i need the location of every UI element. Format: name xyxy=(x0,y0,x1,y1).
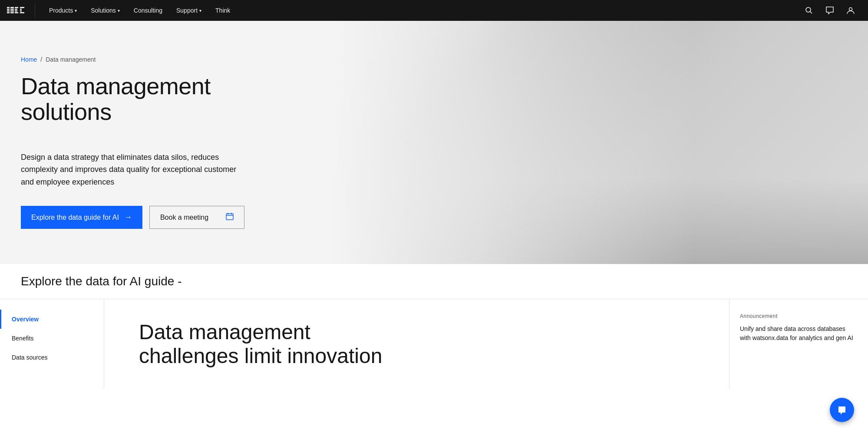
ibm-logo[interactable] xyxy=(7,7,24,14)
hero-buttons: Explore the data guide for AI → Book a m… xyxy=(21,206,248,229)
sidebar-item-benefits[interactable]: Benefits xyxy=(0,329,104,348)
svg-rect-16 xyxy=(20,12,24,13)
svg-rect-7 xyxy=(10,12,14,13)
sidebar-item-data-sources[interactable]: Data sources xyxy=(0,348,104,367)
nav-links: Products ▾ Solutions ▾ Consulting Suppor… xyxy=(42,0,799,21)
user-button[interactable] xyxy=(840,0,861,21)
svg-rect-1 xyxy=(7,9,10,10)
svg-rect-5 xyxy=(10,9,14,10)
hero-section: Home / Data management Data management s… xyxy=(0,21,868,264)
nav-divider xyxy=(35,3,35,17)
svg-rect-15 xyxy=(20,10,22,12)
breadcrumb-separator: / xyxy=(40,56,42,63)
svg-rect-8 xyxy=(11,7,13,8)
sidebar-item-overview[interactable]: Overview xyxy=(0,310,104,329)
svg-rect-20 xyxy=(226,214,233,220)
svg-point-17 xyxy=(806,7,811,12)
breadcrumb-current: Data management xyxy=(46,56,96,63)
announcement-text: Unify and share data across databases wi… xyxy=(740,324,858,343)
hero-description: Design a data strategy that eliminates d… xyxy=(21,151,247,188)
main-section-title: Data management challenges limit innovat… xyxy=(139,320,391,368)
svg-line-18 xyxy=(810,12,812,14)
nav-consulting[interactable]: Consulting xyxy=(127,0,169,21)
breadcrumb: Home / Data management xyxy=(21,56,248,63)
svg-rect-10 xyxy=(15,9,17,10)
svg-rect-3 xyxy=(7,12,10,13)
svg-rect-9 xyxy=(15,7,18,8)
search-button[interactable] xyxy=(799,0,819,21)
announcement-panel: Announcement Unify and share data across… xyxy=(729,299,868,389)
hero-content: Home / Data management Data management s… xyxy=(0,30,269,255)
chevron-down-icon: ▾ xyxy=(118,8,120,13)
nav-icons xyxy=(799,0,861,21)
arrow-right-icon: → xyxy=(124,213,132,222)
sidebar-navigation: Overview Benefits Data sources xyxy=(0,299,104,389)
announcement-label: Announcement xyxy=(740,313,858,319)
svg-rect-14 xyxy=(20,9,22,10)
svg-rect-0 xyxy=(7,7,10,8)
main-content: Data management challenges limit innovat… xyxy=(104,299,729,389)
svg-rect-13 xyxy=(20,7,24,8)
chevron-down-icon: ▾ xyxy=(199,8,201,13)
chevron-down-icon: ▾ xyxy=(75,8,77,13)
svg-rect-2 xyxy=(7,10,10,12)
calendar-icon xyxy=(226,212,234,222)
hero-title: Data management solutions xyxy=(21,73,248,125)
chat-button[interactable] xyxy=(819,0,840,21)
nav-support[interactable]: Support ▾ xyxy=(169,0,208,21)
nav-think[interactable]: Think xyxy=(208,0,237,21)
explore-text-section: Explore the data for AI guide - xyxy=(0,264,868,299)
book-meeting-button[interactable]: Book a meeting xyxy=(149,206,244,229)
nav-solutions[interactable]: Solutions ▾ xyxy=(84,0,127,21)
breadcrumb-home-link[interactable]: Home xyxy=(21,56,37,63)
svg-rect-11 xyxy=(15,10,17,12)
below-hero-section: Overview Benefits Data sources Data mana… xyxy=(0,299,868,389)
explore-guide-button[interactable]: Explore the data guide for AI → xyxy=(21,206,142,229)
svg-rect-6 xyxy=(10,10,14,12)
navigation: Products ▾ Solutions ▾ Consulting Suppor… xyxy=(0,0,868,21)
svg-point-19 xyxy=(849,8,852,11)
nav-products[interactable]: Products ▾ xyxy=(42,0,84,21)
svg-rect-12 xyxy=(15,12,18,13)
